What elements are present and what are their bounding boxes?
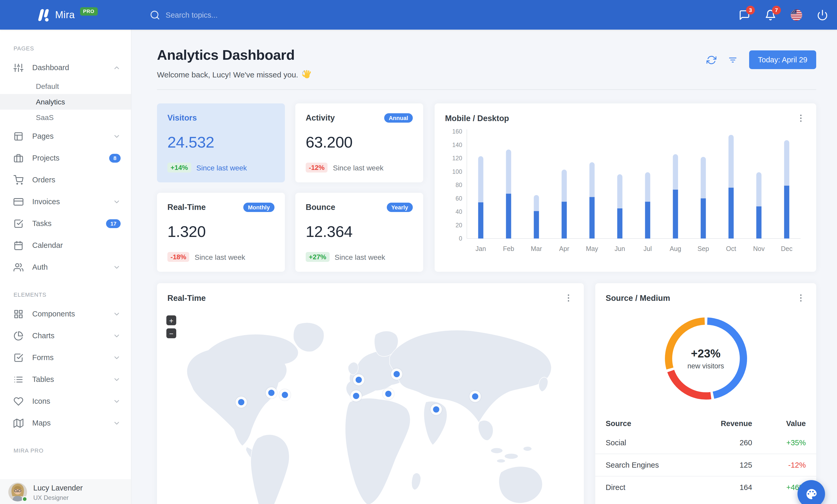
brand-logo[interactable]: Mira PRO [36, 8, 97, 22]
map-marker [268, 390, 274, 396]
sidebar-item-label: Icons [32, 396, 50, 406]
calendar-icon [14, 240, 23, 250]
svg-text:Feb: Feb [503, 245, 514, 252]
notifications-count-badge: 7 [772, 5, 781, 14]
sidebar-item-tasks[interactable]: Tasks17 [0, 212, 131, 234]
card-title: Mobile / Desktop [445, 114, 509, 123]
table-row: Direct164+46% [595, 476, 816, 498]
svg-text:Apr: Apr [559, 245, 569, 252]
sidebar-item-projects[interactable]: Projects8 [0, 147, 131, 169]
brand-name: Mira [55, 8, 75, 22]
svg-text:Jun: Jun [615, 245, 625, 252]
sidebar-item-auth[interactable]: Auth [0, 256, 131, 278]
svg-text:Jul: Jul [644, 245, 652, 252]
page-title: Analytics Dashboard [157, 47, 311, 63]
source-table: Source Revenue Value Social260+35%Search… [595, 415, 816, 498]
language-flag-button[interactable] [790, 8, 803, 21]
map-marker [385, 391, 391, 397]
change-chip: +27% [306, 252, 330, 262]
column-header-revenue: Revenue [693, 415, 762, 432]
sidebar-subitem-default[interactable]: Default [0, 78, 131, 94]
messages-button[interactable]: 3 [738, 8, 751, 21]
grid-icon [14, 309, 23, 319]
sidebar-item-orders[interactable]: Orders [0, 169, 131, 191]
stat-value: 1.320 [167, 223, 274, 241]
sidebar-item-calendar[interactable]: Calendar [0, 234, 131, 256]
world-map-svg [157, 310, 584, 504]
world-map[interactable] [157, 310, 584, 504]
svg-text:100: 100 [452, 168, 462, 175]
sidebar-section-header: PAGES [0, 45, 131, 52]
search-input[interactable] [165, 11, 311, 19]
stat-value: 63.200 [306, 133, 413, 151]
period-pill[interactable]: Yearly [387, 203, 413, 212]
sidebar-item-label: Components [32, 309, 75, 319]
stat-caption: Since last week [333, 163, 384, 172]
map-zoom-controls: + − [166, 315, 176, 338]
sidebar-item-maps[interactable]: Maps [0, 412, 131, 434]
sidebar-item-components[interactable]: Components [0, 303, 131, 325]
pie-chart-icon [14, 331, 23, 341]
sidebar-item-label: Auth [32, 262, 48, 272]
sidebar-item-label: Forms [32, 352, 54, 363]
sidebar-item-invoices[interactable]: Invoices [0, 191, 131, 212]
cell-value: +35% [763, 432, 816, 454]
messages-count-badge: 3 [746, 5, 755, 14]
sidebar-item-label: Invoices [32, 197, 60, 207]
sidebar: PAGESDashboardDefaultAnalyticsSaaSPagesP… [0, 30, 131, 504]
sidebar-item-label: Calendar [32, 240, 63, 250]
svg-text:Dec: Dec [781, 245, 792, 252]
check-square-icon [14, 353, 23, 362]
donut-center-value: +23% [691, 347, 720, 360]
sidebar-user[interactable]: Lucy Lavender UX Designer [0, 479, 131, 504]
more-options-button[interactable] [564, 293, 573, 303]
credit-card-icon [14, 197, 23, 207]
sliders-icon [14, 62, 23, 73]
filter-button[interactable] [728, 55, 738, 65]
sidebar-nav: PAGESDashboardDefaultAnalyticsSaaSPagesP… [0, 45, 131, 453]
cell-source: Search Engines [595, 454, 693, 476]
stat-title: Real-Time [167, 203, 206, 212]
sidebar-item-label: Maps [32, 418, 51, 428]
user-role: UX Designer [33, 494, 83, 501]
notifications-button[interactable]: 7 [764, 8, 777, 21]
sidebar-item-tables[interactable]: Tables [0, 368, 131, 390]
svg-text:Sep: Sep [697, 245, 709, 252]
period-pill[interactable]: Monthly [243, 203, 274, 212]
zoom-in-button[interactable]: + [166, 315, 176, 325]
chevron-down-icon [113, 263, 121, 271]
list-icon [14, 374, 23, 384]
sidebar-item-icons[interactable]: Icons [0, 390, 131, 412]
mobile-desktop-chart-card: Mobile / Desktop 020406080100120140160Ja… [434, 104, 816, 272]
svg-text:Nov: Nov [753, 245, 765, 252]
navbar-actions: 3 7 [738, 8, 829, 21]
map-icon [14, 418, 23, 428]
logout-button[interactable] [816, 8, 829, 21]
stacked-bar-chart: 020406080100120140160JanFebMarAprMayJunJ… [434, 123, 816, 257]
stat-title: Bounce [306, 203, 335, 212]
refresh-button[interactable] [707, 55, 716, 65]
donut-center-label: new visitors [687, 362, 724, 370]
zoom-out-button[interactable]: − [166, 329, 176, 338]
map-marker [282, 392, 288, 398]
more-options-button[interactable] [796, 293, 806, 303]
sidebar-subitem-saas[interactable]: SaaS [0, 110, 131, 125]
source-medium-card: Source / Medium +23% new visitors Source… [595, 283, 816, 504]
cell-revenue: 125 [693, 454, 762, 476]
today-date-button[interactable]: Today: April 29 [749, 50, 816, 69]
sidebar-item-dashboard[interactable]: Dashboard [0, 57, 131, 78]
svg-text:0: 0 [459, 235, 462, 242]
stat-caption: Since last week [335, 253, 385, 261]
svg-text:Jan: Jan [476, 245, 486, 252]
period-pill[interactable]: Annual [384, 113, 413, 123]
power-icon [817, 9, 828, 20]
sidebar-subitem-analytics[interactable]: Analytics [0, 94, 131, 110]
sidebar-item-charts[interactable]: Charts [0, 325, 131, 347]
users-icon [14, 262, 23, 272]
more-options-button[interactable] [796, 113, 806, 123]
chevron-up-icon [113, 64, 121, 72]
change-chip: -12% [306, 163, 328, 172]
sidebar-item-forms[interactable]: Forms [0, 347, 131, 368]
sidebar-item-pages[interactable]: Pages [0, 125, 131, 147]
change-chip: -18% [167, 252, 190, 262]
